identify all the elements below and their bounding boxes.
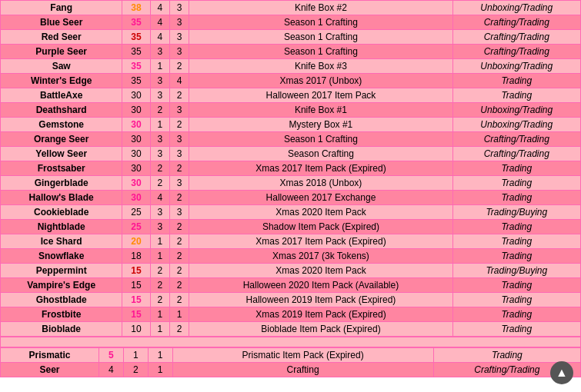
item-availability: Trading xyxy=(452,249,580,264)
item-availability: Trading xyxy=(452,293,580,307)
item-col3: 2 xyxy=(169,88,189,103)
table-row: Snowflake 18 1 2 Xmas 2017 (3k Tokens) T… xyxy=(1,249,581,264)
item-name: Frostbite xyxy=(1,307,122,322)
table-row: Ice Shard 20 1 2 Xmas 2017 Item Pack (Ex… xyxy=(1,234,581,249)
table-row: Deathshard 30 2 3 Knife Box #1 Unboxing/… xyxy=(1,103,581,118)
item-col2: 3 xyxy=(150,132,169,147)
tier0-header xyxy=(0,337,581,347)
item-col3: 3 xyxy=(169,132,189,147)
item-col2: 4 xyxy=(150,191,169,205)
item-availability: Trading xyxy=(452,307,580,322)
item-source: Xmas 2019 Item Pack (Expired) xyxy=(189,307,452,322)
item-availability: Unboxing/Trading xyxy=(452,59,580,74)
item-col2: 3 xyxy=(150,88,169,103)
item-source: Season 1 Crafting xyxy=(189,30,452,45)
item-col2: 1 xyxy=(150,234,169,249)
table-row: Cookieblade 25 3 3 Xmas 2020 Item Pack T… xyxy=(1,205,581,220)
item-col2: 3 xyxy=(150,205,169,220)
item-col3: 3 xyxy=(169,205,189,220)
item-col3: 2 xyxy=(169,249,189,264)
item-name: Gemstone xyxy=(1,118,122,132)
item-source: Halloween 2020 Item Pack (Available) xyxy=(189,278,452,293)
item-col3: 2 xyxy=(169,118,189,132)
item-col3: 1 xyxy=(148,348,172,363)
item-name: Red Seer xyxy=(1,30,122,45)
table-row: Blue Seer 35 4 3 Season 1 Crafting Craft… xyxy=(1,15,581,30)
table-row: Vampire's Edge 15 2 2 Halloween 2020 Ite… xyxy=(1,278,581,293)
table-row: Purple Seer 35 3 3 Season 1 Crafting Cra… xyxy=(1,45,581,59)
item-col3: 2 xyxy=(169,161,189,176)
item-source: Xmas 2020 Item Pack xyxy=(189,205,452,220)
item-col3: 2 xyxy=(169,278,189,293)
item-source: Bioblade Item Pack (Expired) xyxy=(189,322,452,337)
table-row: Gingerblade 30 2 3 Xmas 2018 (Unbox) Tra… xyxy=(1,176,581,191)
table-row: Red Seer 35 4 3 Season 1 Crafting Crafti… xyxy=(1,30,581,45)
item-source: Mystery Box #1 xyxy=(189,118,452,132)
item-score: 30 xyxy=(122,88,150,103)
table-row: Yellow Seer 30 3 3 Season Crafting Craft… xyxy=(1,147,581,161)
item-name: Frostsaber xyxy=(1,161,122,176)
item-col3: 2 xyxy=(169,293,189,307)
item-availability: Trading xyxy=(452,88,580,103)
item-col3: 2 xyxy=(169,220,189,234)
item-score: 10 xyxy=(122,322,150,337)
item-score: 30 xyxy=(122,191,150,205)
item-score: 30 xyxy=(122,103,150,118)
item-score: 35 xyxy=(122,30,150,45)
item-availability: Trading xyxy=(433,348,580,363)
item-source: Xmas 2017 (3k Tokens) xyxy=(189,249,452,264)
item-name: Purple Seer xyxy=(1,45,122,59)
item-source: Xmas 2017 Item Pack (Expired) xyxy=(189,234,452,249)
item-name: Cookieblade xyxy=(1,205,122,220)
item-col2: 4 xyxy=(150,30,169,45)
item-name: Hallow's Blade xyxy=(1,191,122,205)
item-score: 20 xyxy=(122,234,150,249)
item-source: Xmas 2017 (Unbox) xyxy=(189,74,452,88)
item-col3: 3 xyxy=(169,45,189,59)
item-name: Prismatic xyxy=(1,348,99,363)
item-score: 25 xyxy=(122,205,150,220)
item-availability: Unboxing/Trading xyxy=(452,118,580,132)
item-col2: 1 xyxy=(150,59,169,74)
main-table-container[interactable]: Fang 38 4 3 Knife Box #2 Unboxing/Tradin… xyxy=(0,0,581,392)
item-name: Ice Shard xyxy=(1,234,122,249)
table-row: Fang 38 4 3 Knife Box #2 Unboxing/Tradin… xyxy=(1,1,581,15)
item-score: 30 xyxy=(122,132,150,147)
item-col3: 2 xyxy=(169,264,189,278)
item-availability: Trading xyxy=(452,278,580,293)
table-row: Seer 4 2 1 Crafting Crafting/Trading xyxy=(1,363,581,377)
item-source: Knife Box #2 xyxy=(189,1,452,15)
item-availability: Trading xyxy=(452,220,580,234)
item-col2: 3 xyxy=(150,147,169,161)
item-availability: Crafting/Trading xyxy=(452,15,580,30)
table-row: Nightblade 25 3 2 Shadow Item Pack (Expi… xyxy=(1,220,581,234)
scroll-to-top-button[interactable]: ▲ xyxy=(550,361,573,384)
item-availability: Trading/Buying xyxy=(452,205,580,220)
item-name: Winter's Edge xyxy=(1,74,122,88)
item-score: 35 xyxy=(122,15,150,30)
item-availability: Trading/Buying xyxy=(452,264,580,278)
tier0-table: Prismatic 5 1 1 Prismatic Item Pack (Exp… xyxy=(0,347,581,377)
item-name: Deathshard xyxy=(1,103,122,118)
item-col3: 3 xyxy=(169,15,189,30)
item-availability: Unboxing/Trading xyxy=(452,103,580,118)
table-row: Ghostblade 15 2 2 Halloween 2019 Item Pa… xyxy=(1,293,581,307)
item-name: Snowflake xyxy=(1,249,122,264)
item-col3: 1 xyxy=(169,307,189,322)
item-col2: 2 xyxy=(123,363,148,377)
item-source: Season 1 Crafting xyxy=(189,45,452,59)
item-name: Nightblade xyxy=(1,220,122,234)
item-col3: 3 xyxy=(169,1,189,15)
item-col3: 2 xyxy=(169,191,189,205)
item-col3: 3 xyxy=(169,30,189,45)
item-col2: 1 xyxy=(150,118,169,132)
table-row: Frostsaber 30 2 2 Xmas 2017 Item Pack (E… xyxy=(1,161,581,176)
items-table: Fang 38 4 3 Knife Box #2 Unboxing/Tradin… xyxy=(0,0,581,337)
item-availability: Crafting/Trading xyxy=(452,30,580,45)
item-col2: 2 xyxy=(150,264,169,278)
item-col2: 3 xyxy=(150,74,169,88)
item-col2: 1 xyxy=(150,322,169,337)
item-score: 15 xyxy=(122,307,150,322)
item-col2: 1 xyxy=(150,249,169,264)
item-col3: 4 xyxy=(169,74,189,88)
